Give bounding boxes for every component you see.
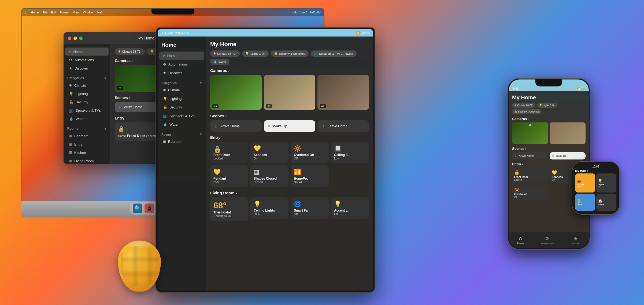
- iphone-camera-1[interactable]: 3s: [512, 122, 548, 144]
- menu-edit[interactable]: Edit: [51, 11, 56, 14]
- ipad-camera-1[interactable]: 2s: [210, 75, 262, 110]
- ipad-pendant-card[interactable]: 💛 Pendant 25%: [210, 165, 248, 187]
- bedroom-icon: ⊞: [69, 134, 72, 138]
- iphone-scenes-chevron[interactable]: ›: [525, 147, 526, 151]
- sidebar-item-home[interactable]: ⌂ Home: [65, 48, 109, 56]
- scenes-chevron[interactable]: ›: [129, 96, 130, 100]
- menu-window[interactable]: Window: [83, 11, 94, 14]
- sidebar-item-entry[interactable]: ⊞ Entry: [65, 140, 109, 148]
- menu-file[interactable]: File: [42, 11, 47, 14]
- iphone-climate-chip-icon: ❄: [514, 104, 516, 107]
- ipad-leave-icon: 🚶: [321, 124, 325, 128]
- ipad-sidebar-lighting[interactable]: 💡 Lighting: [159, 95, 204, 103]
- ipad-front-door-card[interactable]: 🔒 Front Door Locked: [210, 142, 248, 163]
- ipad-thermostat-card[interactable]: 68° Thermostat Heating to 70: [210, 197, 248, 221]
- ipad-sidebar-speakers[interactable]: 📺 Speakers & TVs: [159, 112, 204, 120]
- ipad-leave-home-scene[interactable]: 🚶 Leave Home: [317, 120, 369, 132]
- sidebar-item-water[interactable]: 💧 Water: [65, 115, 109, 123]
- ipad-arrive-home-scene[interactable]: 🚶 Arrive Home: [210, 120, 262, 132]
- watch-lights-card[interactable]: 💡 Lights On: [596, 173, 616, 193]
- ipad-speakers-icon: 📺: [163, 114, 167, 118]
- ipad-sidebar-discover[interactable]: ★ Discover: [159, 69, 204, 77]
- ipad-cameras-chevron[interactable]: ›: [228, 68, 230, 73]
- ipad-sidebar-water[interactable]: 💧 Water: [159, 120, 204, 129]
- cameras-chevron[interactable]: ›: [132, 59, 133, 63]
- ipad-sconces-card[interactable]: 💛 Sconces On: [250, 142, 288, 163]
- sidebar-item-automations[interactable]: ⚙ Automations: [65, 56, 109, 64]
- sidebar-item-climate[interactable]: ❄ Climate: [65, 81, 109, 89]
- iphone-arrive-scene[interactable]: 🚶 Arrive Home: [512, 152, 548, 159]
- ipad-accent-name: Accent L.: [334, 209, 366, 212]
- sidebar-entry-label: Entry: [74, 142, 82, 146]
- iphone-overhead-card[interactable]: 🔆 Overhead Off: [512, 185, 548, 201]
- dock-launchpad[interactable]: 📱: [145, 204, 154, 213]
- ipad-sidebar-automations[interactable]: ⚙ Automations: [159, 60, 204, 68]
- sidebar-item-living-room[interactable]: ⊞ Living Room: [65, 157, 109, 164]
- ipad-wake-up-scene[interactable]: ☀ Wake Up: [264, 120, 315, 132]
- ipad-camera-2[interactable]: 1s: [264, 75, 315, 110]
- iphone-tab-discover[interactable]: ★ Discover: [571, 236, 580, 245]
- ipad-shades-icon: ▦: [254, 169, 285, 176]
- sidebar-item-speakers[interactable]: 📺 Speakers & TVs: [65, 106, 109, 114]
- minimize-button[interactable]: [73, 37, 77, 40]
- sidebar-item-security[interactable]: 🔒 Security: [65, 98, 109, 106]
- ipad-main-content: My Home ❄ Climate 68-72° 💡 Lights 3 On 🔒…: [206, 37, 373, 291]
- ipad-water-chip[interactable]: 💧 Water: [210, 59, 230, 65]
- kitchen-icon: ⊞: [69, 150, 72, 155]
- iphone-tab-home[interactable]: ⌂ Home: [517, 236, 524, 245]
- ipad-ceiling-card[interactable]: 🔲 Ceiling F. Low: [331, 142, 369, 163]
- iphone-lights-chip[interactable]: 💡 Lights 3 On: [537, 103, 557, 108]
- ipad-climate-chip[interactable]: ❄ Climate 68-72°: [210, 50, 240, 57]
- ipad-lock-icon: 🔒: [213, 146, 245, 153]
- ipad-thermostat-status: Heating to 70: [213, 214, 245, 217]
- ipad-lights-chip[interactable]: 💡 Lights 3 On: [242, 50, 269, 57]
- entry-chevron[interactable]: ›: [125, 116, 127, 120]
- ipad-categories-chevron[interactable]: ∨: [200, 81, 202, 85]
- ipad-fan-card[interactable]: 🌀 Smart Fan Off: [291, 197, 329, 219]
- watch-lock-card[interactable]: 🔒 Lock: [575, 194, 595, 211]
- ipad-overhead-card[interactable]: 🔆 Overhead Off Off: [291, 142, 329, 163]
- sidebar-item-discover[interactable]: ★ Discover: [65, 64, 109, 72]
- ipad-homepod-status: Not Al.: [294, 180, 325, 184]
- ipad-sidebar-climate[interactable]: ❄ Climate: [159, 86, 204, 94]
- categories-collapse-icon[interactable]: ∨: [104, 76, 106, 80]
- sidebar-item-lighting[interactable]: 💡 Lighting: [65, 90, 109, 98]
- close-button[interactable]: [68, 37, 71, 40]
- watch-home-card[interactable]: 🏠 Home: [596, 194, 616, 211]
- ipad-shades-card[interactable]: ▦ Shades Closed Closed: [250, 165, 288, 187]
- macbook-notch: [151, 9, 194, 14]
- ipad-sidebar-home[interactable]: ⌂ Home: [159, 52, 204, 60]
- menu-home[interactable]: Home: [31, 11, 39, 14]
- iphone-cameras-chevron[interactable]: ›: [528, 117, 529, 121]
- fullscreen-button[interactable]: [79, 37, 83, 40]
- ipad-security-chip[interactable]: 🔒 Security 1 Unlocked: [271, 50, 309, 57]
- ipad-overhead-icon: 🔆: [294, 145, 325, 152]
- ipad-homepod-card[interactable]: 📶 HomePo. Not Al.: [291, 165, 329, 187]
- rooms-collapse-icon[interactable]: ∨: [104, 127, 106, 130]
- iphone-tab-automations[interactable]: ⚙ Automations: [541, 236, 554, 245]
- ipad-rooms-chevron[interactable]: ∨: [200, 133, 202, 136]
- iphone-security-chip[interactable]: 🔒 Security 1 Unlocked: [512, 109, 542, 114]
- ipad-speakers-chip[interactable]: 📺 Speakers & TVs 1 Playing: [311, 50, 357, 57]
- ipad-scenes-chevron[interactable]: ›: [225, 114, 227, 118]
- sidebar-living-room-label: Living Room: [74, 159, 94, 163]
- dock-finder[interactable]: 🔍: [133, 204, 142, 213]
- iphone-front-door-card[interactable]: 🔒 Front Door Locked: [512, 168, 548, 183]
- ipad-camera-3[interactable]: 4s: [317, 75, 369, 110]
- menu-help[interactable]: Help: [97, 11, 103, 14]
- iphone-camera-2[interactable]: [550, 122, 586, 144]
- menu-format[interactable]: Format: [60, 11, 69, 14]
- iphone-climate-chip[interactable]: ❄ Climate 68-72°: [512, 103, 535, 108]
- menu-view[interactable]: View: [73, 11, 79, 14]
- sidebar-item-bedroom[interactable]: ⊞ Bedroom: [65, 132, 109, 140]
- watch-garage-card[interactable]: 🚗 Garage Door: [575, 173, 595, 193]
- ipad-accent-card[interactable]: 💡 Accent L. Off: [331, 197, 369, 219]
- ipad-sidebar-security[interactable]: 🔒 Security: [159, 103, 204, 111]
- iphone-wakeup-scene[interactable]: ☀ Wake Up: [550, 152, 586, 159]
- sidebar-item-kitchen[interactable]: ⊞ Kitchen: [65, 148, 109, 157]
- ipad-wakeup-icon: ☀: [268, 124, 271, 128]
- climate-chip[interactable]: ❄ Climate 68-72°: [115, 48, 145, 55]
- ipad-sidebar-bedroom[interactable]: ⊞ Bedroom: [159, 137, 204, 146]
- ipad-ceiling-lights-card[interactable]: 💡 Ceiling Lights 90%: [250, 197, 288, 219]
- ipad-ceiling-lights-icon: 💡: [254, 201, 285, 208]
